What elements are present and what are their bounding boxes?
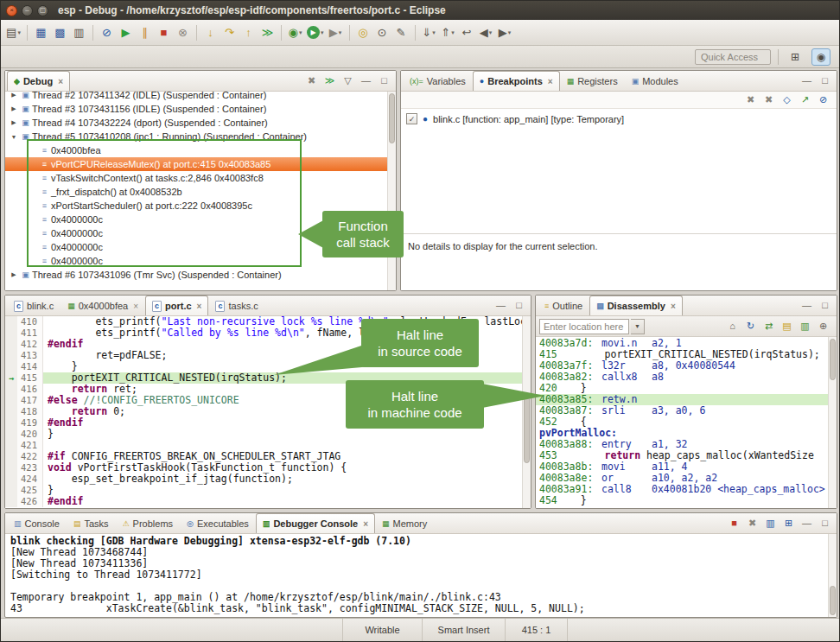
tab-console[interactable]: ▥Console <box>7 513 67 533</box>
marker-bar[interactable] <box>5 417 17 429</box>
minimize-view-icon[interactable]: — <box>359 73 373 88</box>
marker-bar[interactable] <box>5 485 17 496</box>
remove-breakpoint-icon[interactable]: ✖ <box>743 92 758 107</box>
breakpoint-item[interactable]: ✓ ● blink.c [function: app_main] [type: … <box>401 109 837 129</box>
marker-bar[interactable] <box>5 406 17 417</box>
window-minimize-button[interactable]: – <box>22 5 33 16</box>
code-text[interactable] <box>43 440 531 451</box>
tab-blink-c[interactable]: cblink.c <box>7 296 60 315</box>
thread-row[interactable]: ▶▣Thread #4 1073432224 (dport) (Suspende… <box>5 116 396 130</box>
close-icon[interactable]: × <box>133 302 138 311</box>
scrollbar-thumb[interactable] <box>830 586 836 615</box>
debug-tree[interactable]: ▶▣Thread #2 1073411342 (IDLE) (Suspended… <box>5 92 396 290</box>
track-expression-icon[interactable]: ▥ <box>798 319 812 334</box>
terminate-button[interactable]: ■ <box>155 23 173 42</box>
tab-executables[interactable]: ◎Executables <box>180 513 256 533</box>
maximize-view-icon[interactable]: □ <box>818 298 832 313</box>
console-output[interactable]: [New Thread 1073468744][New Thread 10734… <box>10 547 831 614</box>
marker-bar[interactable] <box>5 395 17 406</box>
window-maximize-button[interactable]: ▢ <box>37 5 48 16</box>
tab-debugger-console[interactable]: ▥Debugger Console× <box>256 513 375 533</box>
disasm-line[interactable]: 454 } <box>539 495 837 506</box>
location-dropdown-icon[interactable]: ▼ <box>631 319 645 334</box>
marker-bar[interactable] <box>5 316 17 327</box>
search-button[interactable]: ⊙ <box>373 23 391 42</box>
disconnect-button[interactable]: ⊗ <box>174 23 192 42</box>
show-source-toggle-icon[interactable]: ▤ <box>780 319 794 334</box>
window-close-button[interactable]: × <box>6 5 17 16</box>
tab-0x4000bfea[interactable]: ▦0x4000bfea× <box>60 296 145 315</box>
quick-access-input[interactable]: Quick Access <box>695 49 771 65</box>
home-icon[interactable]: ⌂ <box>725 319 740 334</box>
scrollbar-thumb[interactable] <box>524 396 530 463</box>
minimize-view-icon[interactable]: — <box>799 73 814 88</box>
breakpoint-checkbox[interactable]: ✓ <box>406 113 417 124</box>
code-text[interactable]: #if CONFIG_FREERTOS_BREAK_ON_SCHEDULER_S… <box>43 451 531 462</box>
last-edit-location-button[interactable]: ↩ <box>458 23 476 42</box>
code-text[interactable]: } <box>43 485 531 496</box>
tab-port-c[interactable]: cport.c× <box>145 296 208 315</box>
tab-disassembly[interactable]: ▤Disassembly× <box>589 296 683 315</box>
save-button[interactable]: ▦ <box>32 23 50 42</box>
twisty-icon[interactable]: ▶ <box>9 92 19 99</box>
tab-tasks-c[interactable]: ctasks.c <box>208 296 264 315</box>
maximize-view-icon[interactable]: □ <box>818 73 832 88</box>
editor-scrollbar[interactable] <box>522 316 531 508</box>
debug-scrollbar[interactable] <box>387 92 396 290</box>
instruction-stepping-mode-icon[interactable]: ≫ <box>322 73 337 88</box>
resume-button[interactable]: ▶ <box>117 23 135 42</box>
back-button[interactable]: ◀▾ <box>477 23 495 42</box>
maximize-view-icon[interactable]: □ <box>377 73 391 88</box>
tab-modules[interactable]: ▣Modules <box>625 71 685 91</box>
external-tools-dropdown-button[interactable]: ▶▾ <box>327 23 345 42</box>
marker-bar[interactable] <box>5 474 17 485</box>
stack-frame-row[interactable]: ≡0x4000bfea <box>5 143 396 157</box>
view-menu-icon[interactable]: ▽ <box>340 73 355 88</box>
tab-problems[interactable]: ⚠Problems <box>116 513 181 533</box>
code-text[interactable]: esp_set_breakpoint_if_jtag(function); <box>43 474 531 485</box>
console-body[interactable]: blink checking [GDB Hardware Debugging] … <box>5 534 837 617</box>
debug-perspective-button[interactable]: ◉ <box>811 48 830 66</box>
tab-variables[interactable]: (x)=Variables <box>403 71 473 91</box>
step-into-button[interactable]: ↓ <box>201 23 220 42</box>
new-wizard-button[interactable]: ▤▾ <box>4 23 22 42</box>
tab-breakpoints[interactable]: ●Breakpoints× <box>473 71 560 91</box>
scrollbar-thumb[interactable] <box>389 93 395 143</box>
close-icon[interactable]: × <box>548 77 553 86</box>
debug-dropdown-button[interactable]: ◉▾ <box>286 23 304 42</box>
stack-frame-row[interactable]: ≡_frxt_dispatch() at 0x4008532b <box>5 185 396 199</box>
skip-all-breakpoints-button[interactable]: ⊘ <box>98 23 116 42</box>
tab-outline[interactable]: ≡Outline <box>538 296 589 315</box>
previous-annotation-button[interactable]: ⇑▾ <box>439 23 457 42</box>
minimize-view-icon[interactable]: — <box>799 298 814 313</box>
thread-row[interactable]: ▶▣Thread #2 1073411342 (IDLE) (Suspended… <box>5 92 396 102</box>
marker-bar[interactable] <box>5 339 17 350</box>
titlebar[interactable]: × – ▢ esp - Debug - /home/krzysztof/esp/… <box>1 1 839 20</box>
marker-bar[interactable] <box>5 451 17 462</box>
disasm-scrollbar[interactable] <box>828 337 837 508</box>
run-dropdown-button[interactable]: ▶▾ <box>305 23 326 42</box>
close-icon[interactable]: × <box>58 77 63 86</box>
remove-all-terminated-icon[interactable]: ✖ <box>304 73 319 88</box>
next-annotation-button[interactable]: ⇓▾ <box>420 23 438 42</box>
remove-launch-icon[interactable]: ✖ <box>745 516 760 531</box>
tab-debug[interactable]: ◆Debug× <box>7 71 70 91</box>
code-text[interactable]: #endif <box>43 496 531 507</box>
mark-occurrences-toggle[interactable]: ✎ <box>392 23 410 42</box>
refresh-icon[interactable]: ↻ <box>743 319 758 334</box>
instruction-stepping-toggle[interactable]: ≫ <box>258 23 277 42</box>
thread-row[interactable]: ▼▣Thread #5 1073410208 (ipc1 : Running) … <box>5 130 396 143</box>
minimize-view-icon[interactable]: — <box>799 516 814 531</box>
console-scrollbar[interactable] <box>828 534 837 617</box>
marker-bar[interactable] <box>5 496 17 507</box>
close-icon[interactable]: × <box>363 519 368 529</box>
scrollbar-thumb[interactable] <box>830 339 836 380</box>
forward-button[interactable]: ▶▾ <box>496 23 514 42</box>
thread-row[interactable]: ▶▣Thread #6 1073431096 (Tmr Svc) (Suspen… <box>5 268 396 282</box>
twisty-icon[interactable]: ▶ <box>9 271 19 278</box>
twisty-icon[interactable]: ▶ <box>9 105 19 112</box>
marker-bar[interactable] <box>5 384 17 395</box>
open-perspective-button[interactable]: ⊞ <box>786 48 805 66</box>
maximize-view-icon[interactable]: □ <box>818 516 832 531</box>
marker-bar[interactable] <box>5 350 17 361</box>
